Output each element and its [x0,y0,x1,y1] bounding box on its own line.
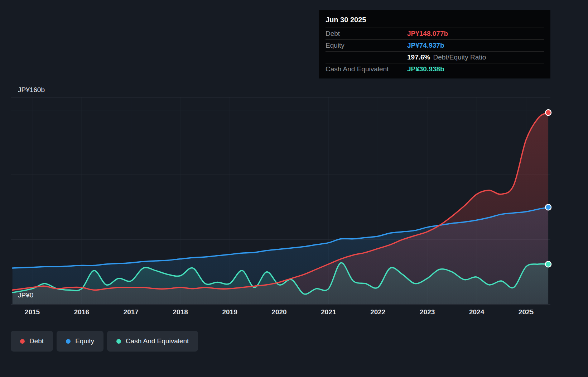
tooltip-row-equity: Equity JP¥74.937b [326,39,544,51]
tooltip-ratio-percent: 197.6% [407,53,430,61]
tooltip-row-debt: Debt JP¥148.077b [326,28,544,39]
tooltip-ratio-label: Debt/Equity Ratio [433,53,486,61]
chart-tooltip: Jun 30 2025 Debt JP¥148.077b Equity JP¥7… [319,10,550,78]
legend-equity-label: Equity [75,337,94,345]
equity-dot-icon [66,339,71,344]
tooltip-equity-label: Equity [326,42,407,49]
debt-endpoint-marker[interactable] [545,110,551,115]
legend-debt-label: Debt [29,337,44,345]
debt-dot-icon [20,339,25,344]
legend-item-debt[interactable]: Debt [11,331,53,352]
y-axis-zero-label: JP¥0 [18,291,33,299]
tooltip-debt-value: JP¥148.077b [407,30,448,38]
cash-dot-icon [116,339,121,344]
equity-endpoint-marker[interactable] [545,204,551,210]
legend-item-equity[interactable]: Equity [57,331,103,352]
tooltip-cash-value: JP¥30.938b [407,65,444,73]
legend-item-cash[interactable]: Cash And Equivalent [107,331,198,352]
y-axis-top-label: JP¥160b [18,86,45,94]
tooltip-equity-value: JP¥74.937b [407,42,444,49]
legend-cash-label: Cash And Equivalent [126,337,189,345]
legend: Debt Equity Cash And Equivalent [11,331,198,352]
tooltip-row-cash: Cash And Equivalent JP¥30.938b [326,63,544,75]
tooltip-date: Jun 30 2025 [326,13,544,28]
tooltip-debt-label: Debt [326,30,407,38]
cash-endpoint-marker[interactable] [545,261,551,267]
tooltip-row-ratio: 197.6% Debt/Equity Ratio [326,51,544,63]
tooltip-cash-label: Cash And Equivalent [326,65,407,73]
